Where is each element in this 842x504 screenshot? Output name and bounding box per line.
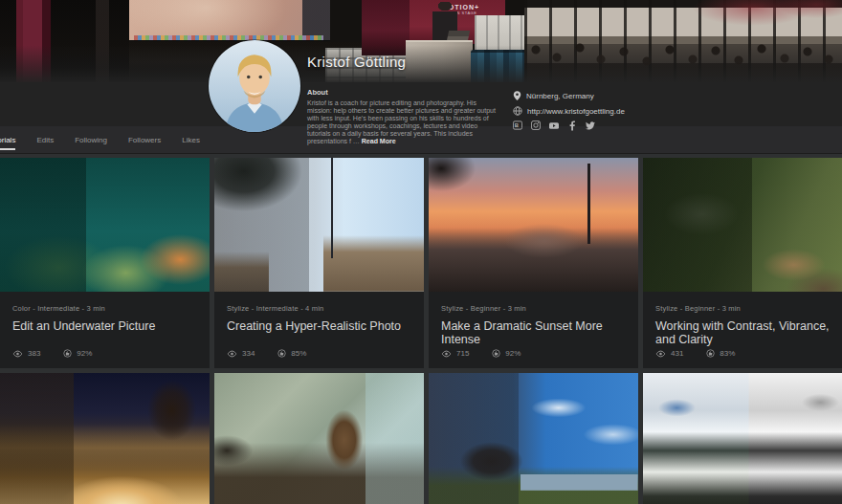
tutorial-thumb-brooklyn-bridge-night [0,373,210,504]
card-title: Working with Contrast, Vibrance, and Cla… [655,319,840,346]
thumbs-up-icon [492,349,500,358]
avatar[interactable] [209,40,300,132]
tutorial-card[interactable]: Stylize - Beginner - 3 min Working with … [643,158,842,368]
card-title: Make a Dramatic Sunset More Intense [441,319,626,346]
rating-value: 92% [505,349,521,358]
card-stats: 334 85% [227,349,306,358]
globe-icon [513,106,522,116]
social-icons-row: B [513,121,625,130]
behance-icon[interactable]: B [513,121,522,130]
views-stat: 383 [12,349,40,358]
tutorial-thumb-snowy-mountains-bw-split [643,373,842,504]
views-count: 383 [28,349,40,358]
views-count: 715 [456,349,469,358]
twitter-icon[interactable] [586,121,595,130]
card-title: Creating a Hyper-Realistic Photo [227,319,411,333]
rating-value: 85% [291,349,306,358]
tutorial-thumb-underwater-coral-reef [0,158,210,292]
facebook-icon[interactable] [567,121,577,130]
rating-stat: 92% [63,349,92,358]
instagram-icon[interactable] [531,121,541,130]
thumbs-up-icon [277,349,286,358]
youtube-icon[interactable] [549,121,559,130]
location-row: Nürnberg, Germany [513,89,625,102]
views-count: 431 [671,349,683,358]
thumbs-up-icon [63,349,72,358]
location-text: Nürnberg, Germany [526,92,594,100]
tutorial-card[interactable] [429,373,638,504]
tutorial-card[interactable]: Stylize - Intermediate - 4 min Creating … [214,158,424,368]
read-more-link[interactable]: Read More [362,138,396,144]
tutorial-thumb-castle-landscape [429,373,638,504]
website-row: http://www.kristofgoettling.de [513,104,625,118]
tab-tutorials[interactable]: Tutorials [0,126,15,153]
location-pin-icon [513,90,521,101]
rating-stat: 85% [277,349,306,358]
views-count: 334 [242,349,255,358]
card-info: Stylize - Beginner - 3 min Working with … [643,292,842,368]
views-stat: 334 [227,349,255,358]
tutorial-thumb-seal-on-rocks [214,373,424,504]
tutorial-thumb-mosque-sunset [429,158,638,292]
card-stats: 383 92% [12,349,92,358]
tutorial-card[interactable] [214,373,424,504]
tutorial-card[interactable] [643,373,842,504]
thumbs-up-icon [706,349,715,358]
eye-icon [12,350,23,358]
profile-name: Kristof Göttling [307,54,406,70]
card-meta: Stylize - Beginner - 3 min [655,304,840,313]
tab-edits[interactable]: Edits [36,126,54,153]
about-ellipsis: … [351,138,362,144]
views-stat: 715 [441,349,469,358]
rating-stat: 92% [492,349,521,358]
banner-fade-overlay [0,0,842,82]
rating-stat: 83% [706,349,735,358]
card-stats: 431 83% [655,349,735,358]
eye-icon [227,350,237,358]
tutorials-grid: Color - Intermediate - 3 min Edit an Und… [0,158,842,504]
tab-following[interactable]: Following [75,126,107,153]
card-info: Stylize - Beginner - 3 min Make a Dramat… [429,292,638,368]
about-label: About [307,88,499,97]
card-meta: Stylize - Intermediate - 4 min [227,304,411,313]
views-stat: 431 [655,349,683,358]
tab-followers[interactable]: Followers [128,126,161,153]
contact-section: Nürnberg, Germany http://www.kristofgoet… [513,89,625,130]
banner-photo-collage: MOTION+ MOTION STAGE [0,0,842,82]
card-meta: Color - Intermediate - 3 min [12,304,197,313]
tutorial-thumb-forest-stream [643,158,842,292]
tutorial-card[interactable] [0,373,210,504]
card-info: Color - Intermediate - 3 min Edit an Und… [0,292,210,368]
tutorial-thumb-dubai-palm-skyline [214,158,424,292]
tab-likes[interactable]: Likes [182,126,200,153]
card-stats: 715 92% [441,349,521,358]
card-title: Edit an Underwater Picture [12,319,197,333]
card-meta: Stylize - Beginner - 3 min [441,304,626,313]
profile-page: MOTION+ MOTION STAGE [0,0,842,504]
about-section: About Kristof is a coach for picture edi… [307,88,499,145]
about-text: Kristof is a coach for picture editing a… [307,99,499,145]
tutorial-card[interactable]: Stylize - Beginner - 3 min Make a Dramat… [429,158,638,368]
profile-banner: MOTION+ MOTION STAGE [0,0,842,126]
rating-value: 92% [77,349,92,358]
tutorial-card[interactable]: Color - Intermediate - 3 min Edit an Und… [0,158,210,368]
rating-value: 83% [720,349,735,358]
eye-icon [441,350,452,358]
website-link[interactable]: http://www.kristofgoettling.de [527,107,625,116]
svg-text:B: B [515,122,519,128]
eye-icon [655,350,666,358]
about-body: Kristof is a coach for picture editing a… [307,99,496,144]
card-info: Stylize - Intermediate - 4 min Creating … [214,292,424,368]
